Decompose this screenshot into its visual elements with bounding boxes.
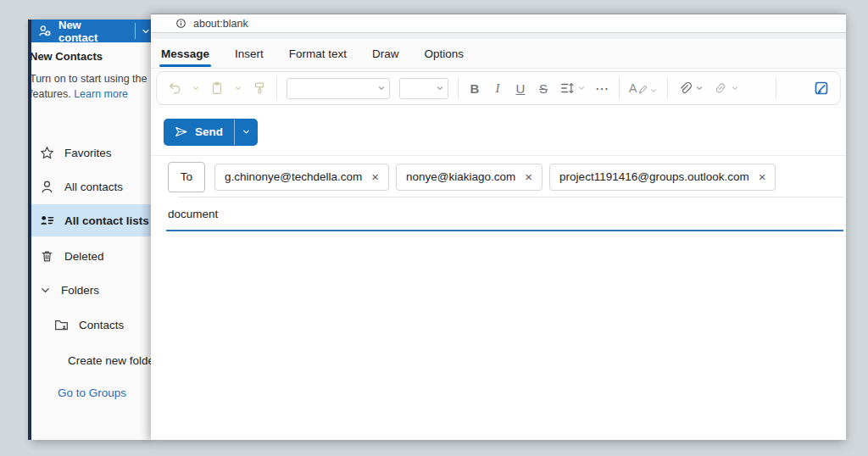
sidebar-item-label: All contact lists	[64, 214, 149, 227]
sidebar-item-label: Favorites	[64, 147, 112, 159]
send-icon	[174, 125, 188, 139]
pen-letter: A	[629, 81, 637, 95]
remove-recipient-icon[interactable]: ×	[371, 170, 379, 183]
editor-button[interactable]	[813, 80, 830, 97]
recipient-address: project1191416@groups.outlook.com	[559, 170, 749, 183]
create-folder-label: Create new folder	[68, 354, 151, 367]
underline-button[interactable]: U	[514, 81, 527, 96]
undo-chevron-icon[interactable]	[192, 84, 200, 92]
subject-input[interactable]: document	[166, 197, 843, 231]
tab-options[interactable]: Options	[425, 39, 465, 68]
groups-link-label: Go to Groups	[58, 386, 126, 399]
undo-button[interactable]	[167, 81, 182, 96]
font-family-select[interactable]	[287, 78, 390, 99]
message-body-input[interactable]	[151, 231, 846, 440]
split-divider	[135, 23, 136, 39]
format-painter-button[interactable]	[252, 81, 267, 96]
toolbar-divider	[276, 77, 277, 99]
person-icon	[39, 179, 55, 195]
contacts-sidebar: New contact New Contacts Turn on to star…	[31, 19, 151, 440]
recipient-chip[interactable]: project1191416@groups.outlook.com ×	[549, 164, 776, 191]
folders-header-label: Folders	[61, 284, 99, 297]
remove-recipient-icon[interactable]: ×	[759, 170, 766, 183]
tab-format-text[interactable]: Format text	[289, 39, 347, 68]
remove-recipient-icon[interactable]: ×	[525, 170, 532, 183]
recipient-address: g.chinonye@techdella.com	[225, 170, 362, 183]
star-icon	[39, 145, 55, 161]
tab-message[interactable]: Message	[161, 39, 209, 68]
send-options-chevron[interactable]	[235, 119, 258, 146]
tab-draw[interactable]: Draw	[372, 39, 399, 68]
strikethrough-button[interactable]: S	[537, 81, 550, 96]
recipient-chips: g.chinonye@techdella.com × nonye@kiakiag…	[214, 164, 776, 191]
new-contacts-promo: New Contacts Turn on to start using the …	[31, 50, 151, 102]
sidebar-section-folders[interactable]: Folders	[31, 274, 151, 306]
attach-file-button[interactable]	[677, 81, 704, 96]
paste-chevron-icon[interactable]	[234, 84, 242, 92]
recipients-row: To g.chinonye@techdella.com × nonye@kiak…	[151, 156, 846, 197]
italic-button[interactable]: I	[491, 81, 504, 96]
learn-more-link[interactable]: Learn more	[74, 88, 128, 100]
font-size-select[interactable]	[399, 78, 448, 99]
info-icon	[175, 18, 186, 29]
subject-value: document	[166, 208, 218, 220]
formatting-toolbar: B I U S ⋯ A	[151, 69, 846, 108]
sidebar-item-contacts-folder[interactable]: Contacts	[31, 309, 151, 341]
create-new-folder-button[interactable]: Create new folder	[31, 347, 151, 374]
contacts-folder-icon	[53, 317, 70, 333]
line-spacing-button[interactable]	[559, 81, 586, 96]
new-contact-label: New contact	[58, 19, 123, 44]
recipient-chip[interactable]: g.chinonye@techdella.com ×	[214, 164, 389, 191]
sidebar-item-label: Contacts	[79, 319, 124, 331]
chevron-down-icon[interactable]	[141, 26, 151, 36]
toolbar-divider	[458, 77, 459, 99]
paste-button[interactable]	[209, 81, 225, 96]
sidebar-item-label: All contacts	[64, 181, 123, 193]
promo-title: New Contacts	[31, 50, 151, 63]
address-url: about:blank	[193, 18, 248, 30]
sidebar-item-all-contacts[interactable]: All contacts	[31, 170, 151, 203]
more-commands-button[interactable]: ⋯	[595, 81, 609, 97]
window-gap	[151, 33, 846, 39]
people-list-icon	[39, 213, 55, 229]
sidebar-item-label: Deleted	[64, 250, 104, 263]
compose-window: about:blank Message Insert Format text D…	[151, 14, 846, 440]
tab-insert[interactable]: Insert	[235, 39, 264, 68]
browser-address-bar[interactable]: about:blank	[151, 14, 846, 33]
person-add-icon	[37, 24, 52, 38]
toolbar-divider	[776, 77, 776, 99]
sidebar-item-deleted[interactable]: Deleted	[31, 240, 151, 272]
pen-formatting-button[interactable]: A	[629, 81, 658, 95]
ribbon-tab-bar: Message Insert Format text Draw Options	[151, 39, 846, 69]
chevron-down-icon	[39, 284, 52, 297]
go-to-groups-link[interactable]: Go to Groups	[31, 379, 151, 406]
send-row: Send	[151, 108, 846, 156]
recipient-chip[interactable]: nonye@kiakiago.com ×	[396, 164, 542, 191]
trash-icon	[39, 248, 55, 264]
sidebar-item-favorites[interactable]: Favorites	[31, 136, 151, 169]
insert-link-button[interactable]	[713, 81, 739, 96]
send-button[interactable]: Send	[164, 119, 258, 146]
toolbar-divider	[667, 77, 668, 99]
recipient-address: nonye@kiakiago.com	[406, 170, 515, 183]
new-contact-button[interactable]: New contact	[31, 19, 151, 42]
send-label: Send	[195, 125, 223, 138]
sidebar-item-all-contact-lists[interactable]: All contact lists	[31, 204, 151, 236]
bold-button[interactable]: B	[468, 81, 481, 96]
to-button[interactable]: To	[168, 162, 205, 192]
toolbar-divider	[619, 77, 620, 99]
